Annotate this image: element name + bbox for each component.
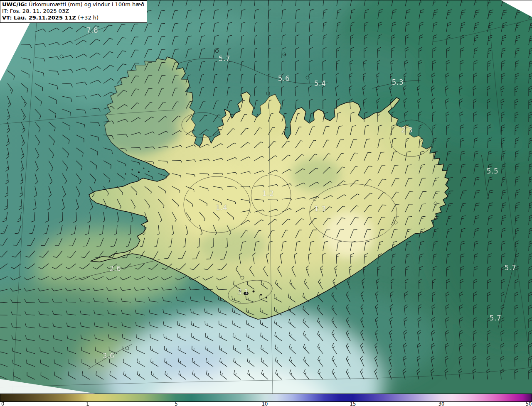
colorbar-tick-0: 0 [1,402,4,406]
colorbar-tick-5: 5 [175,402,177,406]
iceland-precip-wind-map [0,0,532,394]
map-area: 7.85.75.65.45.32.35.51.41.21.32.63.15.75… [0,0,532,394]
colorbar-tick-30: 30 [438,402,445,406]
title-box: UWC/IG: Úrkomumætti (mm) og vindur i 100… [0,0,147,23]
title-line-init: IT: Fös. 28. 11. 2025 03Z [2,8,144,15]
colorbar-gradient [0,394,532,402]
colorbar-tick-50: 50 [526,402,532,406]
colorbar: 01510153050 [0,394,532,406]
product-name: Úrkomumætti (mm) og vindur i 100m hæð [29,1,144,7]
colorbar-tick-15: 15 [350,402,356,406]
valid-time: VT: Lau. 29.11.2025 11Z [2,15,76,21]
valid-offset: (+32 h) [78,15,99,21]
title-line-valid: VT: Lau. 29.11.2025 11Z (+32 h) [2,15,144,21]
weather-map-screenshot: 7.85.75.65.45.32.35.51.41.21.32.63.15.75… [0,0,532,406]
colorbar-tick-1: 1 [86,402,89,406]
colorbar-tick-10: 10 [262,402,268,406]
model-name: UWC/IG: [2,1,27,7]
title-line-product: UWC/IG: Úrkomumætti (mm) og vindur i 100… [2,1,144,8]
